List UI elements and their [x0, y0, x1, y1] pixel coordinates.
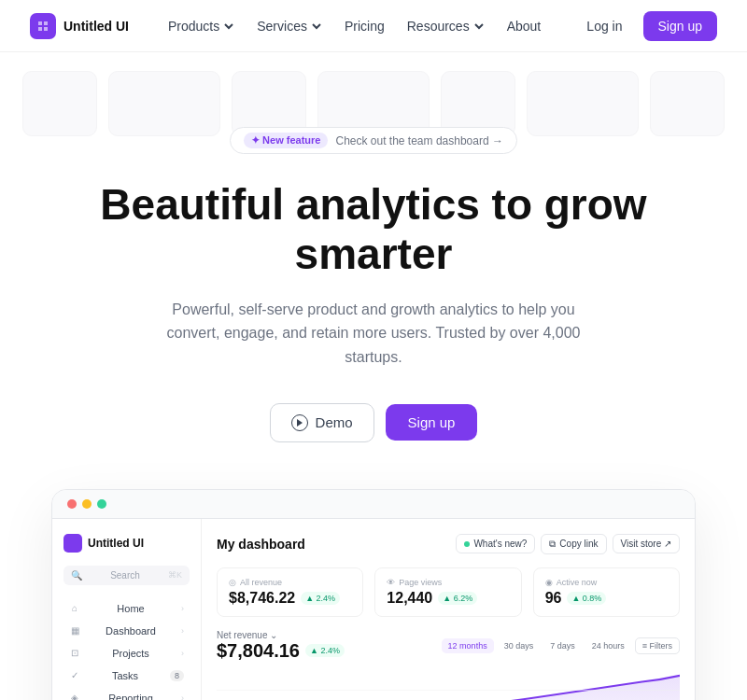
sidebar-item-home[interactable]: ⌂ Home ›: [63, 598, 190, 619]
nav-link-services[interactable]: Services: [247, 13, 331, 39]
whats-new-button[interactable]: What's new?: [456, 534, 535, 553]
navbar: Untitled UI Products Services Pricing Re…: [0, 0, 747, 52]
dash-logo: Untitled UI: [63, 534, 190, 553]
chart-svg: [217, 669, 680, 700]
nav-logo-text: Untitled UI: [63, 19, 129, 34]
stat-pageviews-badge: ▲ 6.2%: [438, 592, 477, 605]
search-placeholder: Search: [86, 570, 164, 581]
badge-link: Check out the team dashboard →: [335, 134, 502, 147]
revenue-chart-section: Net revenue ⌄ $7,804.16 ▲ 2.4% 12 months: [217, 630, 680, 700]
dashboard-icon: ▦: [69, 625, 80, 637]
dash-logo-text: Untitled UI: [88, 537, 144, 550]
sidebar-item-projects[interactable]: ⊡ Projects ›: [63, 643, 190, 664]
home-icon: ⌂: [69, 603, 80, 614]
stat-revenue: ◎ All revenue $8,746.22 ▲ 2.4%: [217, 567, 363, 617]
hero-title: Beautiful analytics to grow smarter: [93, 180, 654, 279]
copy-icon: ⧉: [549, 539, 556, 550]
live-dot: [464, 541, 470, 547]
chevron-icon: ›: [181, 693, 184, 700]
sidebar-item-reporting[interactable]: ◈ Reporting ›: [63, 688, 190, 700]
chevron-down-icon: [223, 21, 234, 32]
tasks-icon: ✓: [69, 670, 80, 681]
eye-icon: ◎: [229, 578, 236, 587]
nav-links: Products Services Pricing Resources Abou…: [159, 13, 573, 39]
filters-button[interactable]: ≡ Filters: [635, 637, 680, 654]
hero-content: ✦ New feature Check out the team dashboa…: [0, 52, 747, 700]
dash-header-actions: What's new? ⧉ Copy link Visit store ↗: [456, 534, 680, 554]
net-revenue-value: $7,804.16: [217, 640, 300, 662]
dash-search[interactable]: 🔍 Search ⌘K: [63, 566, 190, 585]
chevron-icon: ›: [181, 626, 184, 636]
login-button[interactable]: Log in: [573, 11, 635, 41]
stat-pageviews-value: 12,440: [387, 590, 432, 607]
visit-store-button[interactable]: Visit store ↗: [613, 534, 681, 553]
tasks-count: 8: [170, 670, 184, 681]
dash-header: My dashboard What's new? ⧉ Copy link: [217, 534, 680, 554]
stat-revenue-value: $8,746.22: [229, 590, 295, 607]
hero-badge[interactable]: ✦ New feature Check out the team dashboa…: [230, 127, 517, 154]
copy-link-button[interactable]: ⧉ Copy link: [541, 534, 606, 554]
dash-logo-icon: [63, 534, 82, 553]
revenue-left: Net revenue ⌄ $7,804.16 ▲ 2.4%: [217, 630, 345, 662]
stat-active-label: ◉ Active now: [545, 578, 668, 587]
projects-icon: ⊡: [69, 648, 80, 659]
expand-dot: [97, 499, 106, 509]
filter-12months[interactable]: 12 months: [442, 638, 494, 653]
stat-active-badge: ▲ 0.8%: [567, 592, 606, 605]
nav-logo[interactable]: Untitled UI: [30, 13, 129, 39]
signup-nav-button[interactable]: Sign up: [643, 11, 717, 41]
sidebar-item-tasks[interactable]: ✓ Tasks 8: [63, 665, 190, 686]
search-icon: 🔍: [71, 570, 82, 581]
filter-24hours[interactable]: 24 hours: [585, 638, 631, 653]
hero-section: ✦ New feature Check out the team dashboa…: [0, 52, 747, 700]
play-triangle: [297, 419, 303, 427]
minimize-dot: [82, 499, 92, 509]
nav-link-products[interactable]: Products: [159, 13, 244, 39]
net-revenue-label: Net revenue ⌄: [217, 630, 345, 640]
chevron-down-icon: [473, 21, 485, 32]
stat-revenue-badge: ▲ 2.4%: [301, 592, 340, 605]
dashboard-mockup: Untitled UI 🔍 Search ⌘K ⌂ Home › ▦ Da: [51, 489, 696, 700]
active-icon: ◉: [545, 578, 553, 587]
reporting-icon: ◈: [69, 693, 80, 700]
stat-pageviews-label: 👁 Page views: [387, 578, 509, 587]
hero-buttons: Demo Sign up: [270, 403, 478, 442]
badge-new-label: ✦ New feature: [244, 133, 328, 148]
chevron-icon: ›: [181, 604, 184, 613]
revenue-chart: [217, 669, 680, 700]
sidebar-item-dashboard[interactable]: ▦ Dashboard ›: [63, 621, 190, 641]
dash-stats: ◎ All revenue $8,746.22 ▲ 2.4% 👁: [217, 567, 680, 617]
pageview-icon: 👁: [387, 578, 395, 587]
net-revenue-badge: ▲ 2.4%: [305, 644, 345, 657]
nav-link-pricing[interactable]: Pricing: [335, 13, 394, 39]
dashboard-sidebar: Untitled UI 🔍 Search ⌘K ⌂ Home › ▦ Da: [52, 519, 202, 700]
stat-revenue-label: ◎ All revenue: [229, 578, 351, 587]
dash-title: My dashboard: [217, 537, 305, 552]
window-controls: [52, 490, 695, 519]
filter-7days[interactable]: 7 days: [543, 638, 582, 653]
chevron-icon: ›: [181, 649, 184, 658]
stat-active: ◉ Active now 96 ▲ 0.8%: [533, 567, 680, 617]
search-shortcut: ⌘K: [168, 570, 182, 580]
chevron-down-icon: ⌄: [270, 630, 277, 640]
chevron-down-icon: [311, 21, 322, 32]
dashboard-main: My dashboard What's new? ⧉ Copy link: [202, 519, 695, 700]
demo-button[interactable]: Demo: [270, 403, 374, 442]
hero-subtitle: Powerful, self-serve product and growth …: [149, 298, 598, 370]
logo-icon: [30, 13, 56, 39]
nav-link-resources[interactable]: Resources: [398, 13, 494, 39]
stat-active-value: 96: [545, 590, 562, 607]
dashboard-inner: Untitled UI 🔍 Search ⌘K ⌂ Home › ▦ Da: [52, 519, 695, 700]
stat-pageviews: 👁 Page views 12,440 ▲ 6.2%: [374, 567, 521, 617]
time-filters: 12 months 30 days 7 days 24 hours ≡ Filt…: [442, 637, 680, 654]
play-icon: [291, 414, 308, 431]
nav-actions: Log in Sign up: [573, 11, 717, 41]
revenue-header: Net revenue ⌄ $7,804.16 ▲ 2.4% 12 months: [217, 630, 680, 662]
filter-30days[interactable]: 30 days: [498, 638, 541, 653]
nav-link-about[interactable]: About: [498, 13, 551, 39]
close-dot: [67, 499, 77, 509]
signup-hero-button[interactable]: Sign up: [386, 404, 478, 441]
